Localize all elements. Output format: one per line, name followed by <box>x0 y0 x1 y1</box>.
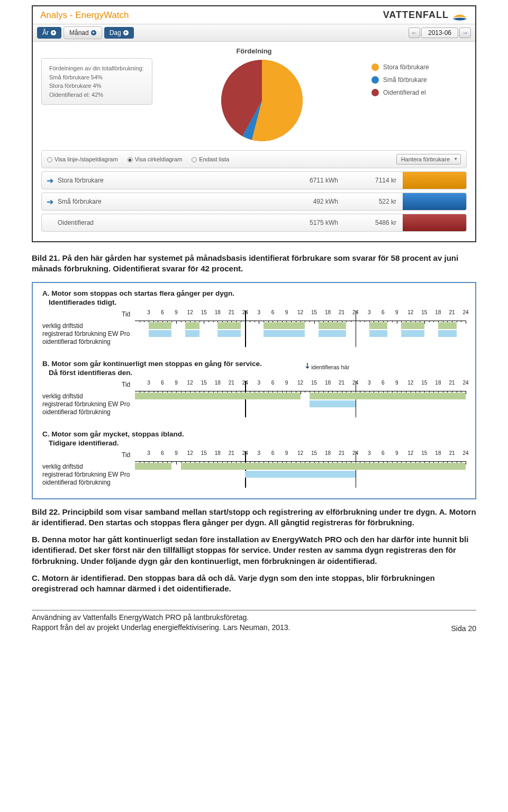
chart-area: Fördelning Fördelningen av din totalförb… <box>33 42 475 146</box>
legend-dot-icon <box>371 63 379 71</box>
info-line: Stora förbrukare 4% <box>49 81 144 90</box>
row-label: verklig driftstid <box>42 463 135 471</box>
radio-label: Visa cirkeldiagram <box>135 156 183 162</box>
timeline-panel: A. Motor som stoppas och startas flera g… <box>32 282 476 499</box>
scenario-title: C. Motor som går mycket, stoppas ibland. <box>42 430 466 438</box>
scenario-title: A. Motor som stoppas och startas flera g… <box>42 289 466 297</box>
scenario-title: B. Motor som går kontinuerligt men stopp… <box>42 360 262 368</box>
consumer-row[interactable]: ➜ Små förbrukare 492 kWh 522 kr <box>41 193 467 211</box>
row-name: Små förbrukare <box>58 193 286 210</box>
footer-rule <box>32 610 476 610</box>
caption-lead: Bild 22. <box>32 507 60 516</box>
info-line: Små förbrukare 54% <box>49 73 144 82</box>
row-name: Oidentifierad <box>58 214 286 231</box>
tab-day[interactable]: Dag+ <box>104 27 134 39</box>
caption-lead: Bild 21. <box>32 253 60 262</box>
row-kwh: 6711 kWh <box>286 172 344 189</box>
row-label: verklig driftstid <box>42 393 135 400</box>
caption-text: På den här gården har systemet på månads… <box>32 253 458 273</box>
row-kwh: 5175 kWh <box>286 214 344 231</box>
radio-label: Visa linje-/stapeldiagram <box>55 156 118 162</box>
row-label: oidentifierad förbrukning <box>42 408 135 416</box>
pie-chart <box>163 58 361 143</box>
row-label: registrerad förbrukning EW Pro <box>42 400 135 408</box>
prev-period-button[interactable]: ← <box>409 28 420 38</box>
legend-dot-icon <box>371 76 379 84</box>
timeline-row-labels: verklig driftstid registrerad förbruknin… <box>42 451 135 487</box>
tab-month[interactable]: Månad+ <box>64 26 102 39</box>
energywatch-panel: Analys - EnergyWatch VATTENFALL År+ Måna… <box>32 5 476 242</box>
row-color-bar <box>403 172 466 189</box>
tab-day-label: Dag <box>110 29 121 37</box>
paragraph-c: C. Motorn är identifierad. Den stoppas b… <box>32 573 435 593</box>
plus-icon: + <box>91 30 96 35</box>
legend-label: Oidentifierad el <box>383 89 426 96</box>
row-color-bar <box>403 193 466 210</box>
caption-bild-22: Bild 22. Principbild som visar samband m… <box>32 507 476 595</box>
timeline-chart-a: Tid3691215182124369121518212436912151821… <box>135 311 466 346</box>
tab-year-label: År <box>42 29 49 37</box>
consumer-row[interactable]: Oidentifierad 5175 kWh 5486 kr <box>41 214 467 232</box>
scenario-subtitle: Tidigare identifierad. <box>49 439 466 447</box>
legend-item: Oidentifierad el <box>371 89 467 96</box>
vattenfall-icon <box>452 10 468 21</box>
app-header: Analys - EnergyWatch VATTENFALL <box>33 6 475 24</box>
expand-icon[interactable]: ➜ <box>42 172 58 189</box>
legend-item: Stora förbrukare <box>371 63 467 71</box>
paragraph-b: B. Denna motor har gått kontinuerligt se… <box>32 535 468 565</box>
next-period-button[interactable]: → <box>459 28 471 38</box>
info-line: Oidentifierad el: 42% <box>49 90 144 99</box>
caption-rest: Principbild som visar samband mellan sta… <box>60 507 437 516</box>
consumer-row[interactable]: ➜ Stora förbrukare 6711 kWh 7114 kr <box>41 171 467 189</box>
period-label[interactable]: 2013-06 <box>421 28 458 38</box>
scenario-b: B. Motor som går kontinuerligt men stopp… <box>42 360 466 416</box>
brand-logo: VATTENFALL <box>383 10 468 21</box>
scenario-subtitle: Identifierades tidigt. <box>49 298 466 306</box>
radio-line-bar[interactable]: Visa linje-/stapeldiagram <box>47 156 118 162</box>
row-name: Stora förbrukare <box>58 172 286 189</box>
legend-dot-icon <box>371 89 379 96</box>
timeline-chart-c: Tid3691215182124369121518212436912151821… <box>135 451 466 487</box>
radio-label: Endast lista <box>199 156 229 162</box>
caption-bild-21: Bild 21. På den här gården har systemet … <box>32 253 476 275</box>
scenario-a: A. Motor som stoppas och startas flera g… <box>42 289 466 346</box>
row-label: oidentifierad förbrukning <box>42 479 135 487</box>
expand-icon <box>42 214 58 231</box>
row-label: verklig driftstid <box>42 322 135 330</box>
scenario-c: C. Motor som går mycket, stoppas ibland.… <box>42 430 466 487</box>
radio-icon <box>192 157 197 162</box>
info-line: Fördelningen av din totalförbrukning: <box>49 64 144 73</box>
app-title: Analys - EnergyWatch <box>40 10 129 21</box>
consumer-list: ➜ Stora förbrukare 6711 kWh 7114 kr ➜ Sm… <box>33 171 475 241</box>
legend-label: Stora förbrukare <box>383 63 429 71</box>
radio-icon <box>47 157 52 162</box>
row-kwh: 492 kWh <box>286 193 344 210</box>
radio-icon <box>128 157 133 162</box>
legend-item: Små förbrukare <box>371 76 467 84</box>
tab-month-label: Månad <box>69 29 89 37</box>
scenario-subtitle: Då först identifieras den. <box>49 369 262 377</box>
page-footer: Användning av Vattenfalls EnergyWatch PR… <box>32 613 476 633</box>
nav-bar: År+ Månad+ Dag+ ← 2013-06 → <box>33 24 475 42</box>
manage-consumers-dropdown[interactable]: Hantera förbrukare <box>396 154 461 165</box>
timeline-chart-b: Tid3691215182124369121518212436912151821… <box>135 381 466 416</box>
row-color-bar <box>403 214 466 231</box>
radio-list[interactable]: Endast lista <box>192 156 229 162</box>
expand-icon[interactable]: ➜ <box>42 193 58 210</box>
row-kr: 7114 kr <box>344 172 403 189</box>
row-label: oidentifierad förbrukning <box>42 338 135 346</box>
footer-line: Rapport från del av projekt Underlag ene… <box>32 623 290 633</box>
tab-year[interactable]: År+ <box>37 27 61 39</box>
distribution-infobox: Fördelningen av din totalförbrukning: Sm… <box>41 58 152 105</box>
brand-text: VATTENFALL <box>383 10 449 21</box>
row-kr: 5486 kr <box>344 214 403 231</box>
row-kr: 522 kr <box>344 193 403 210</box>
legend-label: Små förbrukare <box>383 76 427 84</box>
view-controls: Visa linje-/stapeldiagram Visa cirkeldia… <box>41 150 467 168</box>
period-selector: ← 2013-06 → <box>409 28 471 38</box>
radio-pie[interactable]: Visa cirkeldiagram <box>128 156 183 162</box>
plus-icon: + <box>51 30 56 35</box>
row-label: registrerad förbrukning EW Pro <box>42 330 135 338</box>
timeline-row-labels: verklig driftstid registrerad förbruknin… <box>42 381 135 416</box>
page-number: Sida 20 <box>451 624 476 633</box>
